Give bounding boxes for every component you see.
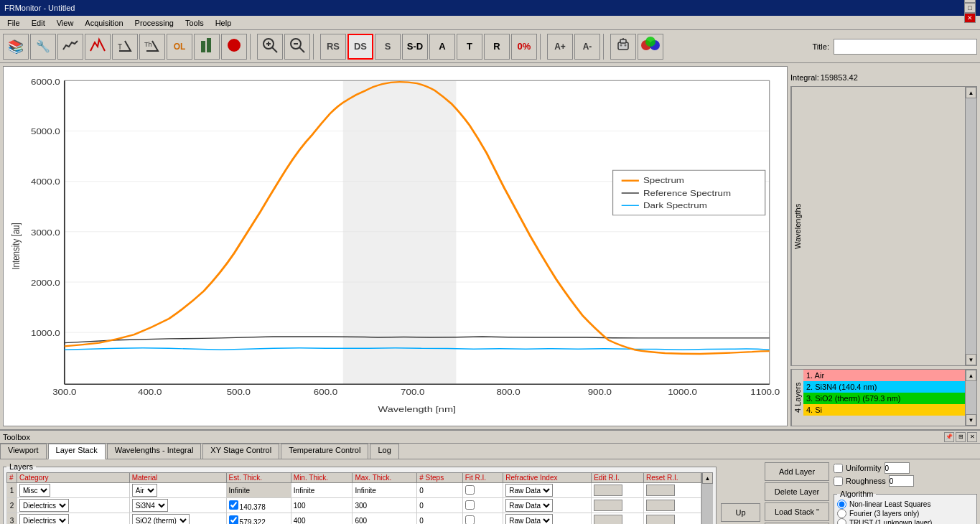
toolbox-title: Toolbox: [3, 433, 30, 441]
toolbar-bars-btn[interactable]: [194, 34, 220, 60]
menu-tools[interactable]: Tools: [181, 18, 208, 28]
layer-item-sio2[interactable]: 3. SiO2 (therm) (579.3 nm): [803, 393, 976, 404]
row2-ref-index-select[interactable]: Raw Data: [505, 499, 553, 512]
algo-radio-trust[interactable]: [837, 518, 846, 524]
table-scroll[interactable]: # Category Material Est. Thick. Min. Thi…: [6, 472, 701, 524]
table-scroll-up[interactable]: ▲: [702, 472, 713, 484]
title-input[interactable]: [834, 39, 977, 55]
fit-controls: Uniformity Roughness Algorithm Non-linea…: [834, 462, 977, 524]
zoom-in-btn[interactable]: [257, 34, 283, 60]
up-btn[interactable]: Up: [721, 503, 760, 522]
menu-acquisition[interactable]: Acquisition: [80, 18, 127, 28]
toolbar-pct-btn[interactable]: 0%: [511, 34, 537, 60]
restore-btn[interactable]: □: [964, 3, 976, 13]
toolbar-robot-btn[interactable]: [610, 34, 636, 60]
wavelengths-scroll-down[interactable]: ▼: [966, 354, 976, 365]
row1-fit-ri-check[interactable]: [465, 485, 475, 495]
menu-file[interactable]: File: [3, 18, 24, 28]
row2-est-thick-check[interactable]: [229, 500, 238, 510]
load-stack-btn[interactable]: Load Stack ": [765, 502, 829, 521]
thickness-icon: T: [116, 37, 134, 56]
roughness-input[interactable]: [889, 475, 914, 487]
toolbar-aminus-btn[interactable]: A-: [574, 34, 600, 60]
roughness-check[interactable]: [834, 477, 843, 486]
algo-radio-2: Fourier (3 layers only): [837, 509, 974, 518]
menu-edit[interactable]: Edit: [27, 18, 50, 28]
row1-steps: 0: [417, 483, 462, 498]
toolbar-thick-th-btn[interactable]: Th: [139, 34, 165, 60]
row1-category-select[interactable]: Misc: [19, 484, 50, 497]
tab-temperature[interactable]: Temperature Control: [281, 444, 368, 459]
menu-processing[interactable]: Processing: [131, 18, 178, 28]
uniformity-input[interactable]: [885, 462, 910, 474]
layer-item-si[interactable]: 4. Si: [803, 404, 976, 416]
row1-ref-index-select[interactable]: Raw Data: [505, 484, 553, 497]
row3-category-select[interactable]: Dielectrics: [19, 514, 69, 524]
layer-item-air[interactable]: 1. Air: [803, 370, 976, 381]
toolbar-spectrum-btn[interactable]: [57, 34, 83, 60]
toolbar-peaks-btn[interactable]: [85, 34, 111, 60]
row2-fit-ri-check[interactable]: [465, 500, 475, 510]
svg-text:2000.0: 2000.0: [31, 279, 60, 287]
toolbar-aplus-btn[interactable]: A+: [547, 34, 573, 60]
row3-reset-ri-btn[interactable]: [646, 515, 675, 525]
uniformity-row: Uniformity: [834, 462, 977, 474]
row1-category: Misc: [17, 483, 130, 498]
col-steps: # Steps: [417, 473, 462, 483]
svg-text:1100.0: 1100.0: [750, 388, 780, 396]
wavelengths-scroll-up[interactable]: ▲: [966, 87, 976, 98]
menu-view[interactable]: View: [52, 18, 78, 28]
zoom-out-btn[interactable]: [284, 34, 310, 60]
toolbox-close-btn[interactable]: ✕: [967, 432, 977, 442]
tab-wavelengths[interactable]: Wavelengths - Integral: [107, 444, 202, 459]
toolbar-circle-btn[interactable]: [221, 34, 247, 60]
close-btn[interactable]: ✕: [964, 13, 976, 23]
row2-category-select[interactable]: Dielectrics: [19, 499, 69, 512]
col-num: #: [7, 473, 17, 483]
toolbar-ds-btn[interactable]: DS: [347, 34, 373, 60]
row2-reset-ri-btn[interactable]: [646, 500, 675, 511]
toolbar-a-btn[interactable]: A: [429, 34, 455, 60]
toolbox-pin-btn[interactable]: 📌: [944, 432, 954, 442]
row3-edit-ri-btn[interactable]: [594, 515, 622, 525]
toolbox-detach-btn[interactable]: ⊞: [956, 432, 966, 442]
row3-material-select[interactable]: SiO2 (therm): [132, 514, 190, 524]
menu-help[interactable]: Help: [211, 18, 236, 28]
tab-layer-stack[interactable]: Layer Stack: [48, 444, 106, 459]
toolbar-sd-btn[interactable]: S-D: [402, 34, 428, 60]
toolbar-wrench-btn[interactable]: 🔧: [30, 34, 56, 60]
toolbar-r-btn[interactable]: R: [484, 34, 510, 60]
algo-radio-fourier[interactable]: [837, 509, 846, 518]
add-layer-btn[interactable]: Add Layer: [765, 462, 829, 481]
tab-xy-stage[interactable]: XY Stage Control: [202, 444, 279, 459]
row3-est-thick-check[interactable]: [229, 515, 238, 525]
row1-edit-ri-btn[interactable]: [594, 485, 622, 496]
toolbar-layers-btn[interactable]: 📚: [3, 34, 29, 60]
col-category: Category: [17, 473, 130, 483]
row2-edit-ri-btn[interactable]: [594, 500, 622, 511]
uniformity-check[interactable]: [834, 464, 843, 473]
tab-viewport[interactable]: Viewport: [0, 444, 47, 459]
row3-reset-ri: [644, 513, 701, 525]
toolbar-thickness-btn[interactable]: T: [112, 34, 138, 60]
svg-text:600.0: 600.0: [314, 388, 338, 396]
layers-scroll-down[interactable]: ▼: [966, 414, 976, 426]
action-buttons: Add Layer Delete Layer Load Stack " Save…: [765, 462, 829, 524]
row1-material-select[interactable]: Air: [132, 484, 157, 497]
toolbar-ol-btn[interactable]: OL: [167, 34, 192, 60]
tab-log[interactable]: Log: [370, 444, 398, 459]
row3-fit-ri-check[interactable]: [465, 515, 475, 525]
delete-layer-btn[interactable]: Delete Layer: [765, 482, 829, 501]
row3-ref-index-select[interactable]: Raw Data: [505, 514, 553, 524]
layers-scroll-up[interactable]: ▲: [966, 370, 976, 381]
col-max-thick: Max. Thick.: [353, 473, 417, 483]
row1-reset-ri-btn[interactable]: [646, 485, 675, 496]
chart-svg[interactable]: 6000.0 5000.0 4000.0 3000.0 2000.0 1000.…: [4, 67, 787, 426]
algo-radio-nonlinear[interactable]: [837, 500, 846, 509]
toolbar-t-btn[interactable]: T: [457, 34, 482, 60]
toolbar-color-btn[interactable]: [638, 34, 663, 60]
toolbar-rs-btn[interactable]: RS: [320, 34, 346, 60]
toolbar-s-btn[interactable]: S: [375, 34, 401, 60]
row2-material-select[interactable]: Si3N4: [132, 499, 168, 512]
layer-item-si3n4[interactable]: 2. Si3N4 (140.4 nm): [803, 381, 976, 393]
